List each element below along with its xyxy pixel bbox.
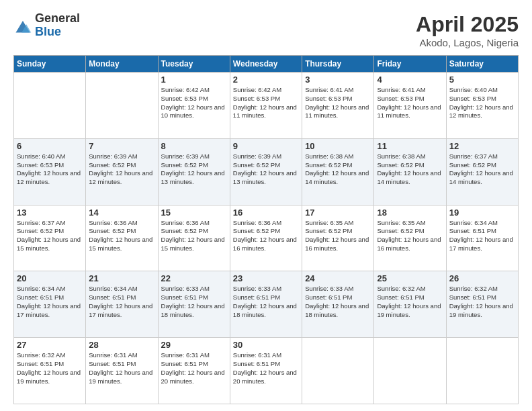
day-info-21: Sunrise: 6:34 AM Sunset: 6:51 PM Dayligh… [89,285,154,319]
day-number-13: 13 [17,208,83,218]
day-number-24: 24 [305,273,371,283]
day-info-18: Sunrise: 6:35 AM Sunset: 6:52 PM Dayligh… [377,219,443,253]
cell-2-4: 17Sunrise: 6:35 AM Sunset: 6:52 PM Dayli… [302,205,374,271]
day-number-30: 30 [233,340,299,350]
week-row-1: 6Sunrise: 6:40 AM Sunset: 6:53 PM Daylig… [14,138,519,205]
cell-2-6: 19Sunrise: 6:34 AM Sunset: 6:51 PM Dayli… [446,205,518,271]
col-thursday: Thursday [302,56,374,73]
cell-1-2: 8Sunrise: 6:39 AM Sunset: 6:52 PM Daylig… [158,138,230,205]
cell-0-4: 3Sunrise: 6:41 AM Sunset: 6:53 PM Daylig… [302,73,374,139]
day-number-3: 3 [305,75,371,85]
logo: General Blue [13,12,80,39]
day-info-10: Sunrise: 6:38 AM Sunset: 6:52 PM Dayligh… [305,152,371,187]
week-row-3: 20Sunrise: 6:34 AM Sunset: 6:51 PM Dayli… [14,271,519,338]
day-info-12: Sunrise: 6:37 AM Sunset: 6:52 PM Dayligh… [449,152,515,187]
day-number-28: 28 [89,340,154,350]
col-wednesday: Wednesday [230,56,302,73]
cell-4-1: 28Sunrise: 6:31 AM Sunset: 6:51 PM Dayli… [86,338,158,404]
cell-3-6: 26Sunrise: 6:32 AM Sunset: 6:51 PM Dayli… [446,271,518,338]
cell-1-4: 10Sunrise: 6:38 AM Sunset: 6:52 PM Dayli… [302,138,374,205]
day-info-14: Sunrise: 6:36 AM Sunset: 6:52 PM Dayligh… [89,219,154,253]
cell-0-0 [14,73,86,139]
col-sunday: Sunday [14,56,86,73]
logo-text: General Blue [35,12,80,39]
cell-4-2: 29Sunrise: 6:31 AM Sunset: 6:51 PM Dayli… [158,338,230,404]
cell-1-5: 11Sunrise: 6:38 AM Sunset: 6:52 PM Dayli… [374,138,446,205]
day-number-22: 22 [161,273,227,283]
day-info-26: Sunrise: 6:32 AM Sunset: 6:51 PM Dayligh… [449,285,515,319]
day-info-13: Sunrise: 6:37 AM Sunset: 6:52 PM Dayligh… [17,219,83,253]
day-number-11: 11 [377,141,443,151]
day-info-28: Sunrise: 6:31 AM Sunset: 6:51 PM Dayligh… [89,351,154,385]
col-tuesday: Tuesday [158,56,230,73]
day-info-22: Sunrise: 6:33 AM Sunset: 6:51 PM Dayligh… [161,285,227,319]
logo-general-text: General [35,12,80,26]
cell-0-5: 4Sunrise: 6:41 AM Sunset: 6:53 PM Daylig… [374,73,446,139]
week-row-0: 1Sunrise: 6:42 AM Sunset: 6:53 PM Daylig… [14,73,519,139]
day-info-4: Sunrise: 6:41 AM Sunset: 6:53 PM Dayligh… [377,86,443,120]
cell-2-2: 15Sunrise: 6:36 AM Sunset: 6:52 PM Dayli… [158,205,230,271]
cell-2-5: 18Sunrise: 6:35 AM Sunset: 6:52 PM Dayli… [374,205,446,271]
title-block: April 2025 Akodo, Lagos, Nigeria [416,12,519,48]
day-info-7: Sunrise: 6:39 AM Sunset: 6:52 PM Dayligh… [89,152,154,187]
day-number-25: 25 [377,273,443,283]
main-title: April 2025 [416,12,519,37]
day-number-26: 26 [449,273,515,283]
cell-2-3: 16Sunrise: 6:36 AM Sunset: 6:52 PM Dayli… [230,205,302,271]
day-info-1: Sunrise: 6:42 AM Sunset: 6:53 PM Dayligh… [161,86,227,120]
day-number-21: 21 [89,273,154,283]
day-number-29: 29 [161,340,227,350]
week-row-4: 27Sunrise: 6:32 AM Sunset: 6:51 PM Dayli… [14,338,519,404]
cell-0-2: 1Sunrise: 6:42 AM Sunset: 6:53 PM Daylig… [158,73,230,139]
day-number-2: 2 [233,75,299,85]
day-number-17: 17 [305,208,371,218]
cell-1-1: 7Sunrise: 6:39 AM Sunset: 6:52 PM Daylig… [86,138,158,205]
day-info-20: Sunrise: 6:34 AM Sunset: 6:51 PM Dayligh… [17,285,83,319]
day-info-2: Sunrise: 6:42 AM Sunset: 6:53 PM Dayligh… [233,86,299,120]
col-friday: Friday [374,56,446,73]
day-number-23: 23 [233,273,299,283]
cell-4-4 [302,338,374,404]
day-info-19: Sunrise: 6:34 AM Sunset: 6:51 PM Dayligh… [449,219,515,253]
day-number-20: 20 [17,273,83,283]
week-row-2: 13Sunrise: 6:37 AM Sunset: 6:52 PM Dayli… [14,205,519,271]
col-monday: Monday [86,56,158,73]
logo-blue-text: Blue [35,26,80,39]
day-info-15: Sunrise: 6:36 AM Sunset: 6:52 PM Dayligh… [161,219,227,253]
cell-3-0: 20Sunrise: 6:34 AM Sunset: 6:51 PM Dayli… [14,271,86,338]
day-info-30: Sunrise: 6:31 AM Sunset: 6:51 PM Dayligh… [233,351,299,385]
day-number-7: 7 [89,141,154,151]
day-number-18: 18 [377,208,443,218]
day-info-17: Sunrise: 6:35 AM Sunset: 6:52 PM Dayligh… [305,219,371,253]
day-info-16: Sunrise: 6:36 AM Sunset: 6:52 PM Dayligh… [233,219,299,253]
day-number-16: 16 [233,208,299,218]
day-info-8: Sunrise: 6:39 AM Sunset: 6:52 PM Dayligh… [161,152,227,187]
day-number-1: 1 [161,75,227,85]
day-info-9: Sunrise: 6:39 AM Sunset: 6:52 PM Dayligh… [233,152,299,187]
calendar-header-row: Sunday Monday Tuesday Wednesday Thursday… [14,56,519,73]
cell-2-1: 14Sunrise: 6:36 AM Sunset: 6:52 PM Dayli… [86,205,158,271]
day-info-23: Sunrise: 6:33 AM Sunset: 6:51 PM Dayligh… [233,285,299,319]
day-number-12: 12 [449,141,515,151]
cell-4-0: 27Sunrise: 6:32 AM Sunset: 6:51 PM Dayli… [14,338,86,404]
day-info-11: Sunrise: 6:38 AM Sunset: 6:52 PM Dayligh… [377,152,443,187]
day-number-14: 14 [89,208,154,218]
day-number-10: 10 [305,141,371,151]
day-info-27: Sunrise: 6:32 AM Sunset: 6:51 PM Dayligh… [17,351,83,385]
calendar-table: Sunday Monday Tuesday Wednesday Thursday… [13,55,519,404]
day-number-4: 4 [377,75,443,85]
day-number-19: 19 [449,208,515,218]
cell-1-3: 9Sunrise: 6:39 AM Sunset: 6:52 PM Daylig… [230,138,302,205]
cell-4-6 [446,338,518,404]
day-info-24: Sunrise: 6:33 AM Sunset: 6:51 PM Dayligh… [305,285,371,319]
day-info-25: Sunrise: 6:32 AM Sunset: 6:51 PM Dayligh… [377,285,443,319]
cell-4-5 [374,338,446,404]
col-saturday: Saturday [446,56,518,73]
page: General Blue April 2025 Akodo, Lagos, Ni… [0,0,532,411]
logo-icon [13,16,32,35]
day-number-6: 6 [17,141,83,151]
cell-0-6: 5Sunrise: 6:40 AM Sunset: 6:53 PM Daylig… [446,73,518,139]
day-info-3: Sunrise: 6:41 AM Sunset: 6:53 PM Dayligh… [305,86,371,120]
day-info-6: Sunrise: 6:40 AM Sunset: 6:53 PM Dayligh… [17,152,83,187]
day-number-15: 15 [161,208,227,218]
